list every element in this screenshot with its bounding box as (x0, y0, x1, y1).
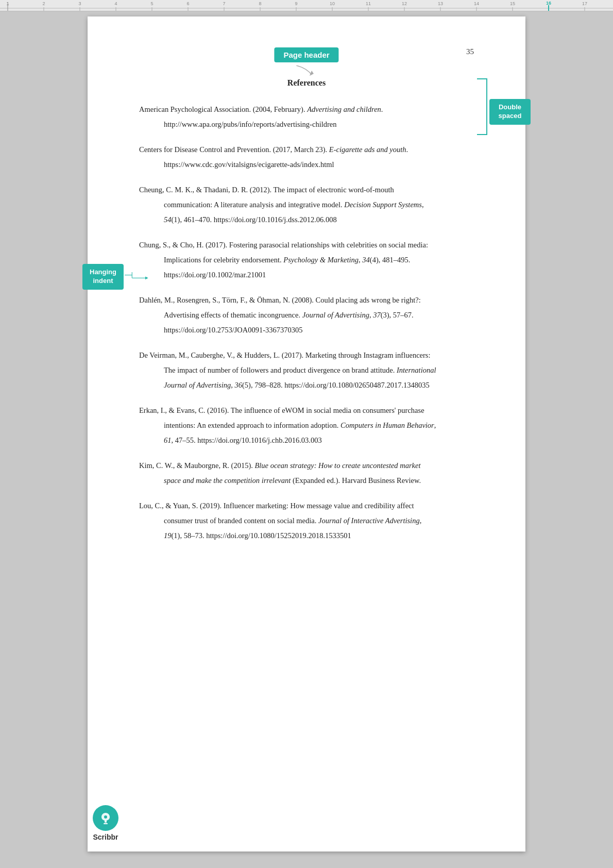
ref8-first-line: Kim, C. W., & Mauborgne, R. (2015). Blue… (139, 458, 474, 473)
ref-entry-8: Kim, C. W., & Mauborgne, R. (2015). Blue… (139, 458, 474, 488)
ref4-continuation1: Implications for celebrity endorsement. … (164, 253, 474, 268)
ref5-continuation1: Advertising effects of thematic incongru… (164, 308, 474, 323)
ref8-continuation1: space and make the competition irrelevan… (164, 473, 474, 488)
ref-entry-5: Dahlén, M., Rosengren, S., Törn, F., & Ö… (139, 293, 474, 338)
scribbr-icon (93, 805, 118, 831)
scribbr-text: Scribbr (93, 833, 118, 841)
ref6-first-line: De Veirman, M., Cauberghe, V., & Hudders… (139, 348, 474, 363)
svg-text:14: 14 (474, 1, 479, 6)
page-header-arrow (296, 65, 317, 78)
ref9-first-line: Lou, C., & Yuan, S. (2019). Influencer m… (139, 498, 474, 513)
ref7-continuation2: 61, 47–55. https://doi.org/10.1016/j.chb… (164, 433, 474, 448)
svg-text:4: 4 (114, 1, 117, 6)
scribbr-logo: Scribbr (93, 805, 118, 841)
ref-entry-2: Centers for Disease Control and Preventi… (139, 142, 474, 172)
svg-text:15: 15 (510, 1, 515, 6)
svg-text:10: 10 (330, 1, 335, 6)
svg-text:13: 13 (438, 1, 443, 6)
ref9-continuation1: consumer trust of branded content on soc… (164, 513, 474, 528)
ref-entry-4: Chung, S., & Cho, H. (2017). Fostering p… (139, 238, 474, 282)
ref-entry-3: Cheung, C. M. K., & Thadani, D. R. (2012… (139, 182, 474, 227)
ref-entry-7: Erkan, I., & Evans, C. (2016). The influ… (139, 403, 474, 448)
document: Page header 35 References Double spaced … (88, 16, 525, 852)
hanging-indent-badge: Hanging indent (82, 264, 124, 290)
svg-text:12: 12 (402, 1, 407, 6)
ref5-continuation2: https://doi.org/10.2753/JOA0091-33673703… (164, 323, 474, 338)
ref1-continuation: http://www.apa.org/pubs/info/reports/adv… (164, 117, 474, 132)
svg-text:7: 7 (223, 1, 225, 6)
ref7-first-line: Erkan, I., & Evans, C. (2016). The influ… (139, 403, 474, 418)
ref6-continuation1: The impact of number of followers and pr… (164, 363, 474, 378)
hanging-indent-arrow (125, 270, 150, 282)
ref3-continuation2: 54(1), 461–470. https://doi.org/10.1016/… (164, 212, 474, 227)
ref4-first-line: Chung, S., & Cho, H. (2017). Fostering p… (139, 238, 474, 253)
svg-text:11: 11 (366, 1, 371, 6)
svg-text:2: 2 (42, 1, 45, 6)
svg-text:16: 16 (546, 1, 551, 6)
ref-entry-6: De Veirman, M., Cauberghe, V., & Hudders… (139, 348, 474, 393)
references-heading: References (139, 78, 474, 88)
ref-entry-9: Lou, C., & Yuan, S. (2019). Influencer m… (139, 498, 474, 543)
svg-text:1: 1 (6, 1, 9, 6)
ref1-first-line: American Psychological Association. (200… (139, 102, 474, 117)
svg-text:3: 3 (78, 1, 81, 6)
double-spaced-badge: Double spaced (489, 99, 531, 125)
ref2-first-line: Centers for Disease Control and Preventi… (139, 142, 474, 157)
ref2-continuation: https://www.cdc.gov/vitalsigns/ecigarett… (164, 157, 474, 172)
ref7-continuation1: intentions: An extended approach to info… (164, 418, 474, 433)
ref-entry-1: American Psychological Association. (200… (139, 102, 474, 132)
page-wrapper: 1 2 3 4 5 6 7 8 9 10 11 12 13 1 (0, 0, 613, 868)
svg-text:17: 17 (582, 1, 587, 6)
double-spaced-bracket (477, 78, 487, 135)
svg-marker-39 (145, 277, 148, 280)
svg-point-40 (104, 815, 107, 819)
page-header-badge: Page header (274, 47, 338, 62)
svg-text:6: 6 (186, 1, 189, 6)
ref5-first-line: Dahlén, M., Rosengren, S., Törn, F., & Ö… (139, 293, 474, 308)
ruler: 1 2 3 4 5 6 7 8 9 10 11 12 13 1 (0, 0, 613, 11)
ref3-continuation1: communication: A literature analysis and… (164, 197, 474, 212)
ref4-continuation2: https://doi.org/10.1002/mar.21001 (164, 268, 474, 282)
page-number: 35 (466, 47, 474, 56)
ref6-continuation2: Journal of Advertising, 36(5), 798–828. … (164, 378, 474, 393)
svg-text:9: 9 (295, 1, 297, 6)
svg-text:5: 5 (150, 1, 153, 6)
ref3-first-line: Cheung, C. M. K., & Thadani, D. R. (2012… (139, 182, 474, 197)
svg-text:8: 8 (259, 1, 261, 6)
ref9-continuation2: 19(1), 58–73. https://doi.org/10.1080/15… (164, 528, 474, 543)
